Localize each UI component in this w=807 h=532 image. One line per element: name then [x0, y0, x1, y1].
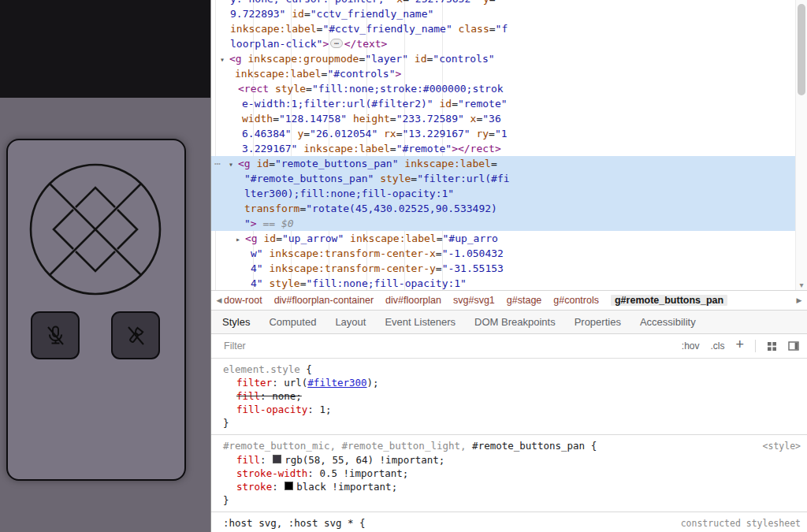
code-token: " [244, 218, 251, 229]
css-selector[interactable]: :host svg, :host svg * { [223, 516, 675, 530]
dom-tree-line[interactable]: "> == $0 [211, 216, 796, 231]
scrollbar-thumb[interactable] [798, 4, 805, 95]
code-token: = [411, 173, 417, 184]
dom-tree-line[interactable]: loorplan-click">⋯</text> [211, 36, 796, 51]
dom-tree-line[interactable]: <rect style="fill:none;stroke:#000000;st… [211, 81, 796, 96]
dom-tree-line[interactable]: 6.46384" y="26.012054" rx="13.229167" ry… [211, 126, 796, 141]
css-property[interactable]: stroke: black !important; [223, 480, 801, 493]
stylesheet-source-link[interactable]: <style> [763, 440, 801, 453]
down-arrow-icon[interactable] [76, 251, 115, 271]
dom-tree-line[interactable]: "#remote_buttons_pan" style="filter:url(… [211, 171, 796, 186]
dom-tree-line[interactable]: transform="rotate(45,430.02525,90.533492… [211, 201, 796, 216]
css-selector[interactable]: element.style { [223, 363, 801, 376]
close-brace: } [223, 416, 801, 430]
css-property[interactable]: filter: url(#filter300); [223, 376, 801, 389]
css-property-value: none; [272, 390, 302, 402]
dom-tree-line[interactable]: inkscape:label="#cctv_friendly_name" cla… [211, 21, 796, 36]
color-swatch[interactable] [284, 482, 293, 490]
css-selector-part[interactable]: element.style [223, 363, 300, 375]
flashlight-off-icon [123, 323, 148, 348]
grid-icon[interactable] [767, 341, 777, 352]
dom-tree-line[interactable]: 3.229167" inkscape:label="#remote"></rec… [211, 141, 796, 156]
dom-tree-lines: y: none; cursor: pointer;" x="252.75652"… [211, 0, 796, 290]
css-property-name: filter [236, 377, 272, 389]
code-token: "233.72589" [396, 113, 464, 125]
new-style-rule-button[interactable]: + [735, 337, 744, 353]
tab-dom-breakpoints[interactable]: DOM Breakpoints [474, 316, 556, 328]
css-property[interactable]: fill-opacity: 1; [223, 403, 801, 416]
breadcrumb-item[interactable]: g#stage [507, 295, 541, 306]
mic-mute-button[interactable] [31, 311, 80, 359]
css-selector-part[interactable]: , [277, 517, 288, 529]
scrollbar[interactable]: ▾ [795, 0, 807, 290]
code-token: style [380, 173, 411, 184]
css-property[interactable]: fill: rgb(58, 55, 64) !important; [223, 453, 801, 467]
dom-tree-line[interactable]: e-width:1;filter:url(#filter2)" id="remo… [211, 96, 796, 111]
code-token: 9.722893" [230, 8, 285, 20]
code-token: inkscape:label [230, 23, 317, 35]
breadcrumb-item[interactable]: g#remote_buttons_pan [611, 295, 727, 306]
dom-tree-line[interactable]: 4" style="fill:none;fill-opacity:1" [211, 276, 796, 290]
code-token: "fill:none;fill-opacity:1" [306, 277, 467, 289]
dom-tree-line[interactable]: width="128.14758" height="233.72589" x="… [211, 111, 796, 126]
dom-tree-line[interactable]: ▾<g inkscape:groupmode="layer" id="contr… [211, 51, 796, 66]
css-property[interactable]: fill: none; [223, 389, 801, 403]
expand-arrow-icon[interactable]: ▸ [236, 232, 245, 247]
css-property-name: fill-opacity [236, 404, 307, 415]
collapse-arrow-icon[interactable]: ▾ [220, 52, 229, 67]
tab-layout[interactable]: Layout [335, 316, 366, 328]
breadcrumb-item[interactable]: g#controls [553, 295, 599, 306]
code-token [477, 0, 483, 5]
styles-filter-input[interactable] [222, 340, 671, 352]
code-token: = [436, 247, 442, 259]
right-arrow-icon[interactable] [117, 210, 137, 249]
dom-tree-line[interactable]: 4" inkscape:transform-center-y="-31.5515… [211, 261, 796, 276]
color-swatch[interactable] [273, 455, 281, 463]
breadcrumb-item[interactable]: div#floorplan [385, 295, 441, 306]
element-classes-button[interactable]: .cls [710, 340, 724, 352]
breadcrumb-item[interactable]: svg#svg1 [453, 295, 495, 306]
dom-tree-line[interactable]: ⋯▾<g id="remote_buttons_pan" inkscape:la… [211, 156, 796, 171]
tab-computed[interactable]: Computed [269, 316, 316, 328]
dom-tree-line[interactable]: inkscape:label="#controls"> [211, 66, 796, 81]
inline-expand-icon[interactable]: ⋯ [330, 39, 342, 48]
dom-tree-line[interactable]: lter300);fill:none;fill-opacity:1" [211, 186, 796, 201]
code-token: = [390, 143, 396, 154]
css-selector-part[interactable]: , [329, 440, 341, 452]
scroll-down-icon[interactable]: ▾ [796, 281, 807, 289]
breadcrumb-item[interactable]: dow-root [224, 295, 262, 306]
tab-properties[interactable]: Properties [575, 316, 621, 328]
css-selector-part[interactable]: , [460, 440, 472, 452]
toggle-element-state-button[interactable]: :hov [682, 340, 700, 352]
dom-tree-line[interactable]: 9.722893" id="cctv_friendly_name" [211, 6, 796, 21]
collapse-arrow-icon[interactable]: ▾ [229, 157, 238, 172]
dom-tree-line[interactable]: y: none; cursor: pointer;" x="252.75652"… [211, 0, 796, 6]
tab-styles[interactable]: Styles [222, 316, 250, 328]
light-toggle-button[interactable] [111, 311, 160, 359]
colon: : [307, 467, 319, 479]
css-selector-part[interactable]: #remote_button_light [342, 440, 461, 452]
breadcrumb-item[interactable]: div#floorplan-container [274, 295, 374, 306]
css-selector[interactable]: #remote_button_mic, #remote_button_light… [223, 439, 757, 452]
dom-tree-line[interactable]: ▸<g id="up_arrow" inkscape:label="#up_ar… [211, 231, 796, 246]
code-token: "#up_arro [442, 233, 497, 244]
css-selector-part[interactable]: :host svg [223, 517, 277, 529]
breadcrumb-scroll-left-icon[interactable]: ◀ [214, 296, 224, 304]
css-selector-part[interactable]: #remote_buttons_pan [472, 440, 585, 452]
tab-event-listeners[interactable]: Event Listeners [385, 316, 456, 328]
up-arrow-icon[interactable] [76, 188, 115, 207]
stylesheet-source-link[interactable]: constructed stylesheet [681, 517, 801, 530]
dpad-control[interactable] [28, 162, 162, 296]
dock-side-icon[interactable] [788, 341, 799, 351]
dom-tree-line[interactable]: w" inkscape:transform-center-x="-1.05043… [211, 246, 796, 261]
code-token: = [273, 113, 279, 125]
tab-accessibility[interactable]: Accessibility [640, 316, 696, 328]
css-value-link[interactable]: #filter300 [307, 377, 366, 389]
css-selector-part[interactable]: :host svg * [288, 517, 354, 529]
css-property[interactable]: stroke-width: 0.5 !important; [223, 467, 801, 480]
css-selector-part[interactable]: #remote_button_mic [223, 440, 329, 452]
left-arrow-icon[interactable] [54, 210, 73, 249]
css-property-value: url( [284, 377, 307, 389]
breadcrumb-scroll-right-icon[interactable]: ▶ [794, 296, 804, 304]
node-menu-icon[interactable]: ⋯ [214, 156, 220, 171]
